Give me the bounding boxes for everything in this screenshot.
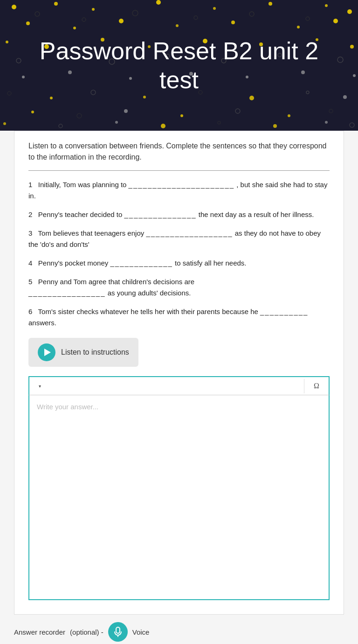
question-blank-5: ________________ (28, 289, 105, 297)
question-blank-3: __________________ (146, 229, 233, 237)
microphone-icon (114, 627, 122, 637)
svg-point-11 (176, 24, 179, 27)
svg-point-14 (333, 19, 338, 23)
question-item-6: 6 Tom's sister checks whatever he tells … (28, 306, 330, 329)
question-text-before-6: Tom's sister checks whatever he tells he… (38, 308, 258, 315)
svg-point-25 (132, 10, 138, 16)
svg-point-52 (77, 113, 82, 118)
toolbar-omega-button[interactable]: Ω (304, 377, 329, 395)
svg-point-27 (249, 12, 254, 16)
svg-point-13 (297, 26, 300, 28)
svg-point-46 (143, 96, 146, 98)
chevron-down-icon: ▾ (39, 384, 41, 389)
svg-point-4 (213, 7, 216, 10)
answer-recorder-section: Answer recorder (optional) - Voice (14, 622, 344, 642)
instructions-paragraph: Listen to a conversation between friends… (28, 140, 330, 163)
question-item-1: 1 Initially, Tom was planning to _______… (28, 179, 330, 202)
svg-point-8 (26, 21, 30, 25)
question-text-after-6: answers. (28, 319, 56, 327)
question-text-after-5: as young adults' decisions. (108, 289, 191, 297)
question-list: 1 Initially, Tom was planning to _______… (28, 179, 330, 329)
divider (28, 170, 330, 171)
header-banner: Password Reset B2 unit 2 test (0, 0, 358, 131)
svg-point-24 (82, 18, 86, 21)
play-icon (38, 343, 55, 361)
svg-point-3 (156, 0, 161, 5)
voice-record-button[interactable] (108, 622, 128, 642)
question-text-after-2: the next day as a result of her illness. (199, 210, 314, 218)
svg-point-44 (50, 97, 53, 99)
question-blank-1: ______________________ (129, 181, 235, 189)
question-text-before-4: Penny's pocket money (38, 259, 108, 267)
svg-point-59 (59, 124, 62, 128)
question-number-1: 1 (28, 181, 36, 189)
svg-rect-66 (116, 627, 120, 633)
svg-point-54 (180, 114, 183, 117)
svg-point-10 (119, 19, 124, 23)
svg-point-65 (350, 123, 354, 127)
svg-point-26 (194, 16, 198, 20)
svg-point-5 (268, 2, 272, 6)
listen-instructions-button[interactable]: Listen to instructions (28, 338, 138, 367)
svg-point-28 (306, 17, 310, 21)
answer-toolbar: ▾ Ω (28, 376, 330, 395)
question-text-before-1: Initially, Tom was planning to (38, 181, 127, 189)
question-item-5: 5 Penny and Tom agree that children's de… (28, 276, 330, 299)
svg-point-62 (218, 121, 220, 124)
svg-point-57 (329, 109, 333, 113)
svg-point-53 (124, 109, 128, 113)
question-blank-2: _______________ (124, 210, 197, 218)
answer-recorder-label: Answer recorder (14, 628, 65, 636)
voice-label: Voice (132, 628, 150, 636)
question-number-6: 6 (28, 308, 36, 315)
toolbar-font-selector[interactable]: ▾ (29, 379, 304, 393)
svg-point-60 (115, 121, 118, 124)
svg-point-7 (347, 9, 352, 14)
svg-point-12 (231, 21, 235, 24)
svg-point-0 (12, 5, 16, 9)
question-text-before-2: Penny's teacher decided to (38, 210, 122, 218)
answer-recorder-optional: (optional) - (70, 628, 103, 636)
omega-symbol: Ω (314, 382, 319, 390)
question-blank-4: _____________ (110, 259, 172, 267)
answer-textarea[interactable] (28, 395, 330, 600)
question-blank-6: __________ (260, 308, 308, 315)
question-number-3: 3 (28, 229, 36, 237)
question-item-3: 3 Tom believes that teenagers enjoy ____… (28, 228, 330, 250)
question-text-before-5: Penny and Tom agree that children's deci… (38, 278, 194, 286)
question-text-before-3: Tom believes that teenagers enjoy (38, 229, 145, 237)
svg-point-64 (325, 121, 328, 124)
main-content: Listen to a conversation between friends… (14, 131, 344, 615)
svg-point-51 (31, 111, 34, 113)
question-item-2: 2 Penny's teacher decided to ___________… (28, 209, 330, 220)
listen-button-label: Listen to instructions (61, 348, 129, 357)
svg-point-61 (161, 124, 165, 128)
svg-point-48 (249, 96, 254, 100)
svg-point-56 (288, 114, 290, 117)
svg-point-2 (92, 8, 95, 11)
svg-point-58 (3, 122, 6, 125)
question-item-4: 4 Penny's pocket money _____________ to … (28, 258, 330, 269)
question-text-after-4: to satisfy all her needs. (175, 259, 246, 267)
svg-point-23 (35, 12, 40, 16)
page-title: Password Reset B2 unit 2 test (0, 36, 358, 95)
question-number-2: 2 (28, 210, 36, 218)
question-number-5: 5 (28, 278, 36, 286)
svg-point-63 (273, 124, 277, 128)
svg-point-1 (54, 2, 58, 6)
svg-point-9 (73, 27, 76, 29)
svg-point-55 (235, 109, 240, 113)
question-number-4: 4 (28, 259, 36, 267)
svg-point-50 (343, 95, 347, 99)
svg-point-6 (325, 4, 328, 7)
